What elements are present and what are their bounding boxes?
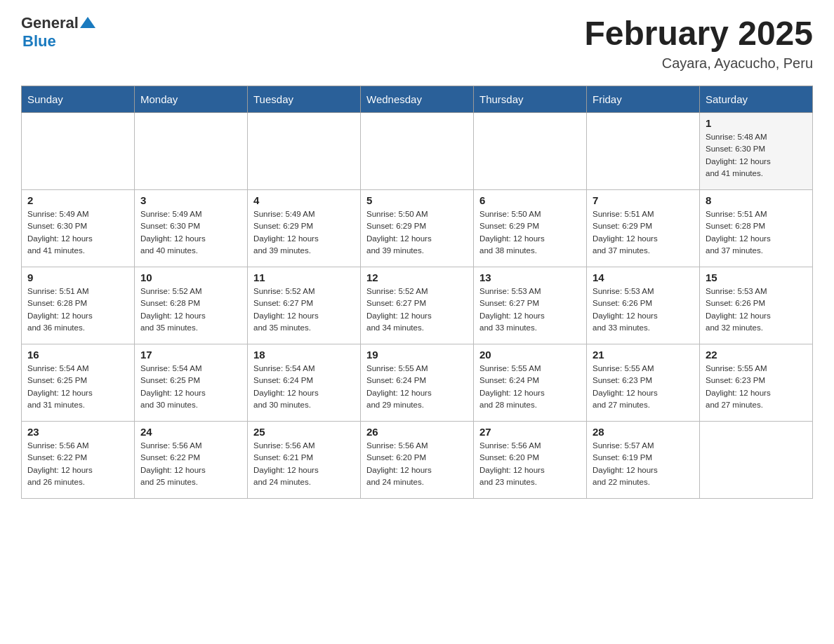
day-number: 4 xyxy=(253,194,355,206)
day-number: 11 xyxy=(253,271,355,283)
day-number: 12 xyxy=(366,271,468,283)
calendar-week-row: 23Sunrise: 5:56 AMSunset: 6:22 PMDayligh… xyxy=(22,422,813,499)
day-number: 20 xyxy=(479,349,581,361)
calendar-cell: 26Sunrise: 5:56 AMSunset: 6:20 PMDayligh… xyxy=(361,422,474,499)
calendar-cell: 14Sunrise: 5:53 AMSunset: 6:26 PMDayligh… xyxy=(587,267,700,344)
calendar-week-row: 16Sunrise: 5:54 AMSunset: 6:25 PMDayligh… xyxy=(22,344,813,422)
day-info: Sunrise: 5:55 AMSunset: 6:23 PMDaylight:… xyxy=(706,363,807,411)
calendar-cell: 13Sunrise: 5:53 AMSunset: 6:27 PMDayligh… xyxy=(474,267,587,344)
day-info: Sunrise: 5:49 AMSunset: 6:30 PMDaylight:… xyxy=(27,208,128,257)
calendar-cell: 1Sunrise: 5:48 AMSunset: 6:30 PMDaylight… xyxy=(700,113,813,190)
day-info: Sunrise: 5:53 AMSunset: 6:27 PMDaylight:… xyxy=(479,286,581,334)
day-info: Sunrise: 5:57 AMSunset: 6:19 PMDaylight:… xyxy=(593,440,694,488)
day-info: Sunrise: 5:49 AMSunset: 6:30 PMDaylight:… xyxy=(140,208,241,257)
calendar-cell: 23Sunrise: 5:56 AMSunset: 6:22 PMDayligh… xyxy=(22,422,135,499)
day-info: Sunrise: 5:54 AMSunset: 6:25 PMDaylight:… xyxy=(140,363,241,411)
calendar-cell: 15Sunrise: 5:53 AMSunset: 6:26 PMDayligh… xyxy=(700,267,813,344)
day-number: 21 xyxy=(593,349,694,361)
calendar-cell xyxy=(135,113,248,190)
day-info: Sunrise: 5:48 AMSunset: 6:30 PMDaylight:… xyxy=(706,131,807,180)
location-title: Cayara, Ayacucho, Peru xyxy=(584,55,813,72)
calendar-cell xyxy=(587,113,700,190)
day-number: 14 xyxy=(593,271,694,283)
calendar-cell xyxy=(474,113,587,190)
day-number: 8 xyxy=(706,194,807,206)
calendar-cell: 28Sunrise: 5:57 AMSunset: 6:19 PMDayligh… xyxy=(587,422,700,499)
weekday-header: Friday xyxy=(587,86,700,113)
weekday-header: Tuesday xyxy=(248,86,361,113)
calendar-cell: 6Sunrise: 5:50 AMSunset: 6:29 PMDaylight… xyxy=(474,190,587,267)
day-number: 7 xyxy=(593,194,694,206)
calendar-cell: 19Sunrise: 5:55 AMSunset: 6:24 PMDayligh… xyxy=(361,344,474,422)
calendar-cell: 17Sunrise: 5:54 AMSunset: 6:25 PMDayligh… xyxy=(135,344,248,422)
day-info: Sunrise: 5:53 AMSunset: 6:26 PMDaylight:… xyxy=(593,286,694,334)
calendar-table: SundayMondayTuesdayWednesdayThursdayFrid… xyxy=(21,86,813,499)
calendar-cell: 21Sunrise: 5:55 AMSunset: 6:23 PMDayligh… xyxy=(587,344,700,422)
day-number: 3 xyxy=(140,194,241,206)
calendar-cell: 9Sunrise: 5:51 AMSunset: 6:28 PMDaylight… xyxy=(22,267,135,344)
title-section: February 2025 Cayara, Ayacucho, Peru xyxy=(584,14,813,72)
day-info: Sunrise: 5:55 AMSunset: 6:24 PMDaylight:… xyxy=(479,363,581,411)
day-number: 2 xyxy=(27,194,128,206)
day-info: Sunrise: 5:56 AMSunset: 6:21 PMDaylight:… xyxy=(253,440,355,488)
calendar-cell: 11Sunrise: 5:52 AMSunset: 6:27 PMDayligh… xyxy=(248,267,361,344)
calendar-cell: 4Sunrise: 5:49 AMSunset: 6:29 PMDaylight… xyxy=(248,190,361,267)
calendar-cell: 20Sunrise: 5:55 AMSunset: 6:24 PMDayligh… xyxy=(474,344,587,422)
day-info: Sunrise: 5:52 AMSunset: 6:27 PMDaylight:… xyxy=(253,286,355,334)
day-number: 9 xyxy=(27,271,128,283)
calendar-cell: 2Sunrise: 5:49 AMSunset: 6:30 PMDaylight… xyxy=(22,190,135,267)
day-number: 24 xyxy=(140,426,241,438)
calendar-cell: 5Sunrise: 5:50 AMSunset: 6:29 PMDaylight… xyxy=(361,190,474,267)
day-number: 22 xyxy=(706,349,807,361)
calendar-cell: 8Sunrise: 5:51 AMSunset: 6:28 PMDaylight… xyxy=(700,190,813,267)
day-number: 28 xyxy=(593,426,694,438)
day-number: 26 xyxy=(366,426,468,438)
day-number: 13 xyxy=(479,271,581,283)
calendar-cell xyxy=(22,113,135,190)
weekday-header: Thursday xyxy=(474,86,587,113)
calendar-cell: 10Sunrise: 5:52 AMSunset: 6:28 PMDayligh… xyxy=(135,267,248,344)
weekday-header: Monday xyxy=(135,86,248,113)
calendar-cell: 25Sunrise: 5:56 AMSunset: 6:21 PMDayligh… xyxy=(248,422,361,499)
calendar-cell: 18Sunrise: 5:54 AMSunset: 6:24 PMDayligh… xyxy=(248,344,361,422)
logo: General Blue xyxy=(21,14,97,51)
calendar-week-row: 9Sunrise: 5:51 AMSunset: 6:28 PMDaylight… xyxy=(22,267,813,344)
day-info: Sunrise: 5:51 AMSunset: 6:29 PMDaylight:… xyxy=(593,208,694,257)
calendar-week-row: 1Sunrise: 5:48 AMSunset: 6:30 PMDaylight… xyxy=(22,113,813,190)
day-info: Sunrise: 5:52 AMSunset: 6:27 PMDaylight:… xyxy=(366,286,468,334)
svg-marker-0 xyxy=(80,17,95,28)
calendar-cell xyxy=(700,422,813,499)
day-number: 23 xyxy=(27,426,128,438)
day-info: Sunrise: 5:54 AMSunset: 6:24 PMDaylight:… xyxy=(253,363,355,411)
day-number: 10 xyxy=(140,271,241,283)
day-info: Sunrise: 5:50 AMSunset: 6:29 PMDaylight:… xyxy=(366,208,468,257)
page-header: General Blue February 2025 Cayara, Ayacu… xyxy=(21,14,813,72)
calendar-cell: 27Sunrise: 5:56 AMSunset: 6:20 PMDayligh… xyxy=(474,422,587,499)
day-info: Sunrise: 5:56 AMSunset: 6:22 PMDaylight:… xyxy=(27,440,128,488)
day-number: 25 xyxy=(253,426,355,438)
calendar-cell: 12Sunrise: 5:52 AMSunset: 6:27 PMDayligh… xyxy=(361,267,474,344)
day-number: 5 xyxy=(366,194,468,206)
calendar-cell: 22Sunrise: 5:55 AMSunset: 6:23 PMDayligh… xyxy=(700,344,813,422)
calendar-cell: 7Sunrise: 5:51 AMSunset: 6:29 PMDaylight… xyxy=(587,190,700,267)
calendar-cell xyxy=(248,113,361,190)
day-info: Sunrise: 5:49 AMSunset: 6:29 PMDaylight:… xyxy=(253,208,355,257)
day-info: Sunrise: 5:55 AMSunset: 6:23 PMDaylight:… xyxy=(593,363,694,411)
weekday-header: Saturday xyxy=(700,86,813,113)
day-number: 6 xyxy=(479,194,581,206)
day-number: 19 xyxy=(366,349,468,361)
day-info: Sunrise: 5:53 AMSunset: 6:26 PMDaylight:… xyxy=(706,286,807,334)
calendar-header-row: SundayMondayTuesdayWednesdayThursdayFrid… xyxy=(22,86,813,113)
month-title: February 2025 xyxy=(584,14,813,53)
weekday-header: Sunday xyxy=(22,86,135,113)
logo-blue: Blue xyxy=(22,32,56,51)
day-number: 18 xyxy=(253,349,355,361)
logo-general: General xyxy=(21,14,79,32)
day-info: Sunrise: 5:54 AMSunset: 6:25 PMDaylight:… xyxy=(27,363,128,411)
calendar-cell: 16Sunrise: 5:54 AMSunset: 6:25 PMDayligh… xyxy=(22,344,135,422)
day-number: 17 xyxy=(140,349,241,361)
day-info: Sunrise: 5:50 AMSunset: 6:29 PMDaylight:… xyxy=(479,208,581,257)
calendar-cell: 3Sunrise: 5:49 AMSunset: 6:30 PMDaylight… xyxy=(135,190,248,267)
calendar-cell: 24Sunrise: 5:56 AMSunset: 6:22 PMDayligh… xyxy=(135,422,248,499)
logo-icon xyxy=(80,15,95,31)
